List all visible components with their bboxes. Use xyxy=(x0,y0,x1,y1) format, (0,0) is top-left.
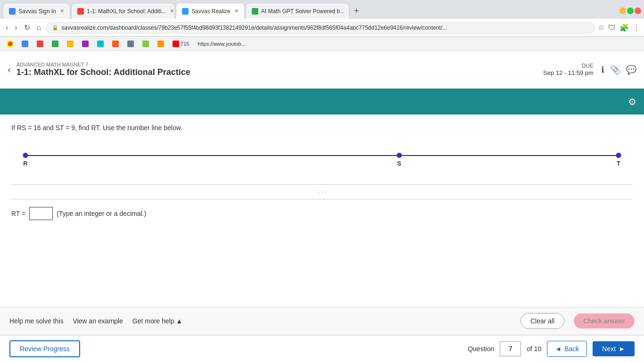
new-tab-button[interactable]: + xyxy=(350,6,363,16)
app-container: ‹ ADVANCED MATH MAGNET 7 1-1: MathXL for… xyxy=(0,51,644,362)
next-button-label: Next xyxy=(602,345,616,353)
browser-toolbar-icons: ☆ 🛡 🧩 ⋮ xyxy=(598,23,640,32)
minimize-button[interactable] xyxy=(619,8,626,14)
bookmark8-icon xyxy=(112,41,119,47)
label-T: T xyxy=(617,160,620,167)
tab1-close[interactable]: ✕ xyxy=(60,8,64,14)
check-answer-button[interactable]: Check answer xyxy=(574,313,635,329)
tab-ai-solver[interactable]: AI Math GPT Solver Powered b... ✕ xyxy=(246,3,349,19)
label-R: R xyxy=(23,160,27,167)
input-label: RT = xyxy=(11,210,25,217)
tab1-favicon xyxy=(9,8,16,15)
info-button[interactable]: ℹ xyxy=(601,65,604,75)
window-controls xyxy=(619,8,641,14)
due-date-value: Sep 12 - 11:59 pm xyxy=(543,69,594,76)
bookmark-9[interactable] xyxy=(124,40,137,48)
question-body: If RS = 16 and ST = 9, find RT. Use the … xyxy=(0,115,644,230)
review-progress-button[interactable]: Review Progress xyxy=(9,340,80,357)
attachment-button[interactable]: 📎 xyxy=(610,65,620,75)
address-bar: ‹ › ↻ ⌂ 🔒 savvasrealize.com/dashboard/cl… xyxy=(0,19,644,37)
tab-mathxl[interactable]: 1-1: MathXL for School: Additi... ✕ xyxy=(71,3,175,19)
bookmark5-icon xyxy=(67,41,74,47)
browser-chrome: Savvas Sign In ✕ 1-1: MathXL for School:… xyxy=(0,0,644,51)
youtube-icon xyxy=(173,41,179,47)
tab3-close[interactable]: ✕ xyxy=(234,8,239,14)
menu-icon[interactable]: ⋮ xyxy=(633,23,640,32)
bookmark-3[interactable] xyxy=(34,40,46,48)
due-label: DUE xyxy=(543,63,594,69)
tab-savvas-realize[interactable]: Savvas Realize ✕ xyxy=(176,3,245,19)
bookmark-7[interactable] xyxy=(94,40,107,48)
content-wrapper: ⚙ If RS = 16 and ST = 9, find RT. Use th… xyxy=(0,89,644,307)
back-nav-icon[interactable]: ‹ xyxy=(4,23,10,33)
bookmark3-icon xyxy=(37,41,43,47)
bookmark-11[interactable] xyxy=(155,40,167,48)
shield-icon[interactable]: 🛡 xyxy=(608,24,616,32)
extensions-icon[interactable]: 🧩 xyxy=(619,23,629,32)
due-date-block: DUE Sep 12 - 11:59 pm xyxy=(543,63,594,76)
close-button[interactable] xyxy=(635,8,641,14)
expand-dots[interactable]: · · · xyxy=(11,189,633,195)
help-me-solve-link[interactable]: Help me solve this xyxy=(9,317,63,325)
bookmark1-icon: 🔴 xyxy=(7,41,13,47)
tab2-label: 1-1: MathXL for School: Additi... xyxy=(87,8,166,15)
url-text: savvasrealize.com/dashboard/classes/79b2… xyxy=(61,25,589,31)
bookmark-5[interactable] xyxy=(64,40,76,48)
home-icon[interactable]: ⌂ xyxy=(35,23,43,33)
clear-all-button[interactable]: Clear all xyxy=(520,313,564,329)
settings-button[interactable]: ⚙ xyxy=(628,96,636,107)
next-chevron-icon: ► xyxy=(619,345,625,353)
bookmark-2[interactable] xyxy=(19,40,31,48)
bookmark6-icon xyxy=(82,41,89,47)
bookmark-youtube2[interactable]: https://www.youtub... xyxy=(195,40,248,48)
bookmark2-icon xyxy=(22,41,28,47)
tab2-favicon xyxy=(77,8,84,15)
bookmark-4[interactable] xyxy=(49,40,61,48)
view-example-link[interactable]: View an example xyxy=(73,317,123,325)
star-icon[interactable]: ☆ xyxy=(598,23,604,32)
question-total: of 10 xyxy=(527,345,541,353)
bookmark-1[interactable]: 🔴 xyxy=(4,40,16,48)
question-text: If RS = 16 and ST = 9, find RT. Use the … xyxy=(11,124,633,132)
back-chevron-icon: ◄ xyxy=(555,345,561,353)
assignment-title: 1-1: MathXL for School: Additional Pract… xyxy=(17,67,543,77)
get-more-help-link[interactable]: Get more help ▲ xyxy=(132,317,182,325)
bookmark9-icon xyxy=(127,41,134,47)
back-button[interactable]: ◄ Back xyxy=(547,341,587,357)
page-footer: Review Progress Question of 10 ◄ Back Ne… xyxy=(0,335,644,362)
bookmark-8[interactable] xyxy=(109,40,122,48)
input-area: RT = (Type an integer or a decimal.) xyxy=(11,207,633,220)
header-actions: ℹ 📎 💬 xyxy=(601,65,636,75)
maximize-button[interactable] xyxy=(627,8,634,14)
divider2 xyxy=(11,199,633,199)
bookmark-youtube2-label: https://www.youtub... xyxy=(198,41,246,47)
tab4-close[interactable]: ✕ xyxy=(348,8,349,14)
question-nav-label: Question xyxy=(468,345,494,353)
reload-icon[interactable]: ↻ xyxy=(22,22,32,33)
question-banner: ⚙ xyxy=(0,89,644,115)
bookmark4-icon xyxy=(52,41,58,47)
number-line: R S T xyxy=(25,155,619,156)
forward-nav-icon[interactable]: › xyxy=(13,23,19,33)
comment-button[interactable]: 💬 xyxy=(626,65,636,75)
bookmark10-icon xyxy=(142,41,149,47)
secure-icon: 🔒 xyxy=(52,25,58,31)
answer-input[interactable] xyxy=(29,207,53,220)
tab2-close[interactable]: ✕ xyxy=(170,8,174,14)
bookmark-6[interactable] xyxy=(79,40,91,48)
label-S: S xyxy=(397,160,401,167)
point-R xyxy=(23,153,28,158)
url-input[interactable]: 🔒 savvasrealize.com/dashboard/classes/79… xyxy=(46,22,595,33)
bookmark-youtube-label: 715 xyxy=(181,41,189,47)
tab-savvas-signin[interactable]: Savvas Sign In ✕ xyxy=(3,3,70,19)
bookmark-youtube[interactable]: 715 xyxy=(170,40,192,48)
app-back-button[interactable]: ‹ xyxy=(8,64,11,75)
bookmark-10[interactable] xyxy=(140,40,152,48)
point-S xyxy=(396,153,402,158)
course-subtitle: ADVANCED MATH MAGNET 7 xyxy=(17,62,543,67)
bookmark7-icon xyxy=(97,41,104,47)
tab4-label: AI Math GPT Solver Powered b... xyxy=(261,8,345,15)
next-button[interactable]: Next ► xyxy=(593,341,635,356)
question-number-input[interactable] xyxy=(500,341,521,356)
tab4-favicon xyxy=(252,8,258,15)
